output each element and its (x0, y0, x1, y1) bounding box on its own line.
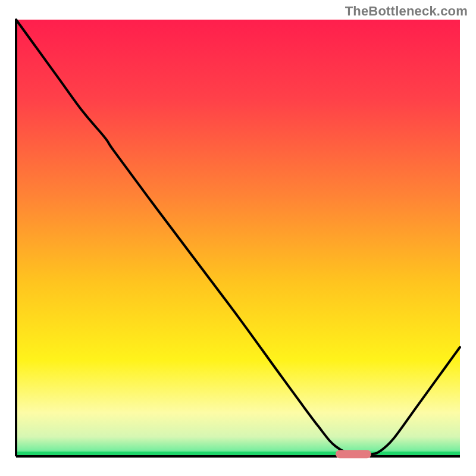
plot-background (16, 20, 460, 456)
optimum-marker (336, 450, 371, 458)
bottleneck-curve-chart (0, 0, 476, 476)
chart-container: TheBottleneck.com (0, 0, 476, 476)
